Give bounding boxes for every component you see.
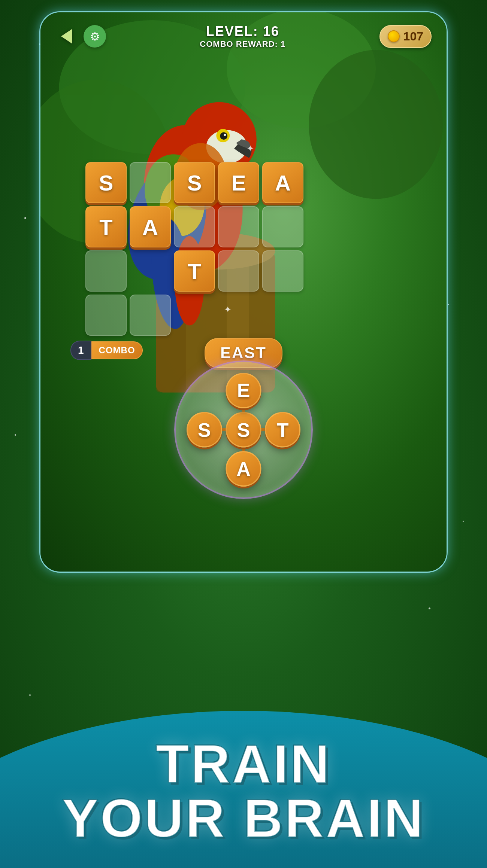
tile-e1: E <box>218 162 259 203</box>
tile-empty-6 <box>218 250 259 292</box>
spinner-letter-left[interactable]: S <box>187 412 222 448</box>
tile-a2: A <box>130 206 171 247</box>
coins-badge: 107 <box>379 25 432 48</box>
header-left: ⚙ <box>55 25 106 48</box>
back-button[interactable] <box>55 25 78 48</box>
tile-empty-2 <box>174 206 215 247</box>
header-center: LEVEL: 16 COMBO REWARD: 1 <box>200 24 285 49</box>
combo-number: 1 <box>70 341 91 360</box>
gear-icon: ⚙ <box>90 30 100 43</box>
train-line2: YOUR BRAIN <box>0 791 487 846</box>
tile-t2: T <box>174 250 215 292</box>
tiles-grid: S S E A T A T <box>85 162 303 336</box>
spinner-container[interactable]: S E A S T <box>174 360 313 499</box>
coins-amount: 107 <box>403 30 423 43</box>
tile-empty-1 <box>130 162 171 203</box>
spinner-letter-right[interactable]: T <box>265 412 300 448</box>
spinner-letter-top[interactable]: E <box>226 373 261 408</box>
train-line1: TRAIN <box>0 737 487 791</box>
bottom-text: TRAIN YOUR BRAIN <box>0 737 487 846</box>
combo-badge: 1 COMBO <box>70 341 143 360</box>
combo-reward-label: COMBO REWARD: 1 <box>200 39 285 49</box>
svg-point-18 <box>220 132 227 140</box>
svg-point-2 <box>309 50 443 199</box>
tile-s2: S <box>174 162 215 203</box>
tile-empty-4 <box>262 206 303 247</box>
svg-point-19 <box>224 134 226 136</box>
settings-button[interactable]: ⚙ <box>84 25 106 48</box>
tile-s1: S <box>85 162 127 203</box>
coin-icon <box>388 30 400 42</box>
combo-label: COMBO <box>91 341 143 359</box>
tile-a1: A <box>262 162 303 203</box>
tile-empty-9 <box>130 295 171 336</box>
spinner-circle[interactable]: S E A S T <box>174 360 313 499</box>
level-label: LEVEL: 16 <box>200 24 285 39</box>
spinner-letter-bottom[interactable]: A <box>226 451 261 487</box>
spinner-letter-center[interactable]: S <box>226 412 261 448</box>
tile-t1: T <box>85 206 127 247</box>
current-word: EAST <box>220 344 267 362</box>
tile-empty-7 <box>262 250 303 292</box>
header: ⚙ LEVEL: 16 COMBO REWARD: 1 107 <box>40 24 447 49</box>
tile-empty-3 <box>218 206 259 247</box>
phone-frame: ⚙ LEVEL: 16 COMBO REWARD: 1 107 S S E A … <box>39 11 448 573</box>
back-arrow-icon <box>61 29 72 44</box>
tile-empty-8 <box>85 295 127 336</box>
tile-empty-5 <box>85 250 127 292</box>
